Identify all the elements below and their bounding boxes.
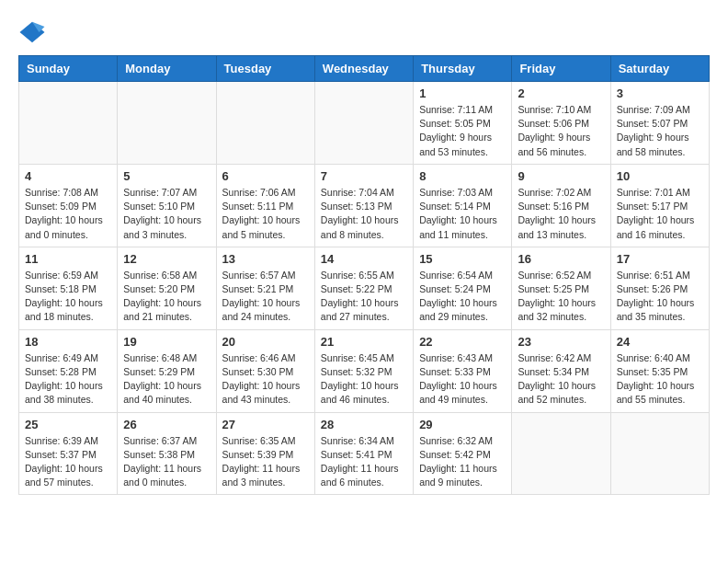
week-row-3: 11Sunrise: 6:59 AM Sunset: 5:18 PM Dayli…	[19, 247, 710, 329]
day-cell: 7Sunrise: 7:04 AM Sunset: 5:13 PM Daylig…	[314, 164, 413, 247]
day-number: 7	[321, 169, 407, 183]
day-info: Sunrise: 6:59 AM Sunset: 5:18 PM Dayligh…	[25, 269, 111, 325]
weekday-header-saturday: Saturday	[610, 56, 709, 82]
day-info: Sunrise: 6:45 AM Sunset: 5:32 PM Dayligh…	[321, 351, 407, 408]
day-number: 22	[419, 335, 506, 349]
day-number: 2	[518, 86, 604, 100]
day-cell: 28Sunrise: 6:34 AM Sunset: 5:41 PM Dayli…	[314, 412, 413, 495]
day-info: Sunrise: 7:07 AM Sunset: 5:10 PM Dayligh…	[123, 186, 210, 242]
day-cell: 8Sunrise: 7:03 AM Sunset: 5:14 PM Daylig…	[414, 164, 512, 247]
day-info: Sunrise: 6:52 AM Sunset: 5:25 PM Dayligh…	[518, 269, 604, 325]
day-info: Sunrise: 7:11 AM Sunset: 5:05 PM Dayligh…	[419, 103, 506, 159]
day-number: 15	[419, 252, 506, 266]
day-info: Sunrise: 7:03 AM Sunset: 5:14 PM Dayligh…	[419, 186, 506, 242]
day-number: 16	[518, 252, 604, 266]
calendar: SundayMondayTuesdayWednesdayThursdayFrid…	[18, 55, 710, 495]
weekday-header-thursday: Thursday	[414, 56, 512, 82]
weekday-header-monday: Monday	[118, 56, 216, 82]
day-cell	[118, 82, 216, 165]
day-info: Sunrise: 6:57 AM Sunset: 5:21 PM Dayligh…	[222, 269, 309, 325]
day-number: 3	[617, 86, 703, 100]
day-cell: 22Sunrise: 6:43 AM Sunset: 5:33 PM Dayli…	[414, 329, 512, 412]
day-info: Sunrise: 6:43 AM Sunset: 5:33 PM Dayligh…	[419, 351, 506, 408]
day-number: 5	[123, 169, 210, 183]
day-number: 24	[617, 335, 703, 349]
day-cell: 21Sunrise: 6:45 AM Sunset: 5:32 PM Dayli…	[314, 329, 413, 412]
week-row-5: 25Sunrise: 6:39 AM Sunset: 5:37 PM Dayli…	[19, 412, 710, 495]
day-cell: 16Sunrise: 6:52 AM Sunset: 5:25 PM Dayli…	[512, 247, 610, 329]
day-info: Sunrise: 6:34 AM Sunset: 5:41 PM Dayligh…	[321, 434, 407, 490]
day-cell: 5Sunrise: 7:07 AM Sunset: 5:10 PM Daylig…	[118, 164, 216, 247]
day-cell: 6Sunrise: 7:06 AM Sunset: 5:11 PM Daylig…	[216, 164, 314, 247]
day-info: Sunrise: 6:55 AM Sunset: 5:22 PM Dayligh…	[321, 269, 407, 325]
day-cell	[512, 412, 610, 495]
day-cell: 15Sunrise: 6:54 AM Sunset: 5:24 PM Dayli…	[414, 247, 512, 329]
day-cell: 18Sunrise: 6:49 AM Sunset: 5:28 PM Dayli…	[19, 329, 118, 412]
day-info: Sunrise: 7:01 AM Sunset: 5:17 PM Dayligh…	[617, 186, 703, 242]
day-cell	[216, 82, 314, 165]
week-row-4: 18Sunrise: 6:49 AM Sunset: 5:28 PM Dayli…	[19, 329, 710, 412]
day-number: 10	[617, 169, 703, 183]
day-number: 12	[123, 252, 210, 266]
day-number: 25	[25, 418, 111, 431]
day-info: Sunrise: 7:09 AM Sunset: 5:07 PM Dayligh…	[617, 103, 703, 159]
day-info: Sunrise: 6:42 AM Sunset: 5:34 PM Dayligh…	[518, 351, 604, 408]
day-number: 9	[518, 169, 604, 183]
day-cell: 20Sunrise: 6:46 AM Sunset: 5:30 PM Dayli…	[216, 329, 314, 412]
day-info: Sunrise: 6:37 AM Sunset: 5:38 PM Dayligh…	[123, 434, 210, 490]
day-number: 11	[25, 252, 111, 266]
day-cell: 17Sunrise: 6:51 AM Sunset: 5:26 PM Dayli…	[610, 247, 709, 329]
day-number: 4	[25, 169, 111, 183]
day-cell: 12Sunrise: 6:58 AM Sunset: 5:20 PM Dayli…	[118, 247, 216, 329]
day-number: 6	[222, 169, 309, 183]
day-cell: 29Sunrise: 6:32 AM Sunset: 5:42 PM Dayli…	[414, 412, 512, 495]
day-cell: 25Sunrise: 6:39 AM Sunset: 5:37 PM Dayli…	[19, 412, 118, 495]
day-info: Sunrise: 7:08 AM Sunset: 5:09 PM Dayligh…	[25, 186, 111, 242]
day-number: 28	[321, 418, 407, 431]
day-info: Sunrise: 6:48 AM Sunset: 5:29 PM Dayligh…	[123, 351, 210, 408]
weekday-header-tuesday: Tuesday	[216, 56, 314, 82]
day-info: Sunrise: 7:10 AM Sunset: 5:06 PM Dayligh…	[518, 103, 604, 159]
day-number: 17	[617, 252, 703, 266]
day-info: Sunrise: 7:06 AM Sunset: 5:11 PM Dayligh…	[222, 186, 309, 242]
day-info: Sunrise: 6:51 AM Sunset: 5:26 PM Dayligh…	[617, 269, 703, 325]
day-info: Sunrise: 6:46 AM Sunset: 5:30 PM Dayligh…	[222, 351, 309, 408]
day-number: 20	[222, 335, 309, 349]
day-info: Sunrise: 7:04 AM Sunset: 5:13 PM Dayligh…	[321, 186, 407, 242]
logo	[18, 18, 51, 46]
day-number: 18	[25, 335, 111, 349]
day-cell: 13Sunrise: 6:57 AM Sunset: 5:21 PM Dayli…	[216, 247, 314, 329]
day-number: 19	[123, 335, 210, 349]
day-cell	[314, 82, 413, 165]
week-row-1: 1Sunrise: 7:11 AM Sunset: 5:05 PM Daylig…	[19, 82, 710, 165]
day-info: Sunrise: 6:35 AM Sunset: 5:39 PM Dayligh…	[222, 434, 309, 490]
day-cell: 14Sunrise: 6:55 AM Sunset: 5:22 PM Dayli…	[314, 247, 413, 329]
weekday-header-sunday: Sunday	[19, 56, 118, 82]
weekday-header-friday: Friday	[512, 56, 610, 82]
day-cell: 3Sunrise: 7:09 AM Sunset: 5:07 PM Daylig…	[610, 82, 709, 165]
day-number: 29	[419, 418, 506, 431]
day-number: 26	[123, 418, 210, 431]
day-info: Sunrise: 6:58 AM Sunset: 5:20 PM Dayligh…	[123, 269, 210, 325]
day-number: 1	[419, 86, 506, 100]
day-cell: 9Sunrise: 7:02 AM Sunset: 5:16 PM Daylig…	[512, 164, 610, 247]
day-info: Sunrise: 6:40 AM Sunset: 5:35 PM Dayligh…	[617, 351, 703, 408]
logo-icon	[18, 18, 46, 46]
day-number: 27	[222, 418, 309, 431]
day-info: Sunrise: 6:54 AM Sunset: 5:24 PM Dayligh…	[419, 269, 506, 325]
day-cell: 4Sunrise: 7:08 AM Sunset: 5:09 PM Daylig…	[19, 164, 118, 247]
day-cell: 24Sunrise: 6:40 AM Sunset: 5:35 PM Dayli…	[610, 329, 709, 412]
week-row-2: 4Sunrise: 7:08 AM Sunset: 5:09 PM Daylig…	[19, 164, 710, 247]
day-cell: 23Sunrise: 6:42 AM Sunset: 5:34 PM Dayli…	[512, 329, 610, 412]
day-number: 21	[321, 335, 407, 349]
weekday-header-wednesday: Wednesday	[314, 56, 413, 82]
day-cell	[610, 412, 709, 495]
day-cell: 26Sunrise: 6:37 AM Sunset: 5:38 PM Dayli…	[118, 412, 216, 495]
day-cell: 1Sunrise: 7:11 AM Sunset: 5:05 PM Daylig…	[414, 82, 512, 165]
day-cell: 10Sunrise: 7:01 AM Sunset: 5:17 PM Dayli…	[610, 164, 709, 247]
day-number: 14	[321, 252, 407, 266]
day-number: 8	[419, 169, 506, 183]
day-info: Sunrise: 6:32 AM Sunset: 5:42 PM Dayligh…	[419, 434, 506, 490]
day-number: 13	[222, 252, 309, 266]
weekday-header-row: SundayMondayTuesdayWednesdayThursdayFrid…	[19, 56, 710, 82]
